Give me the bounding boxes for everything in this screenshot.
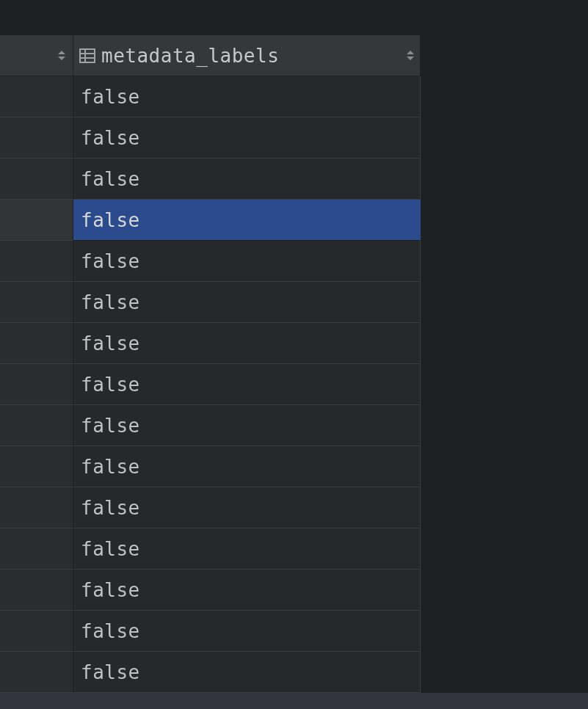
row-number-cell[interactable] <box>0 611 73 652</box>
row-empty-area <box>421 528 588 570</box>
cell-metadata-labels[interactable]: false <box>73 200 421 241</box>
sort-icon <box>58 51 65 60</box>
row-empty-area <box>421 241 588 282</box>
row-number-cell[interactable] <box>0 364 73 405</box>
row-empty-area <box>421 76 588 117</box>
cell-metadata-labels[interactable]: false <box>73 76 421 117</box>
cell-value: false <box>81 538 140 560</box>
row-empty-area <box>421 200 588 241</box>
cell-metadata-labels[interactable]: false <box>73 487 421 528</box>
column-header-row: metadata_labels <box>0 35 588 76</box>
column-header-label: metadata_labels <box>101 45 407 67</box>
header-empty-area <box>421 35 588 76</box>
table-row[interactable]: false <box>0 652 588 693</box>
cell-value: false <box>81 250 140 272</box>
cell-metadata-labels[interactable]: false <box>73 364 421 405</box>
row-number-cell[interactable] <box>0 405 73 446</box>
table-row[interactable]: false <box>0 323 588 364</box>
row-empty-area <box>421 364 588 405</box>
row-empty-area <box>421 611 588 652</box>
table-column-icon <box>79 48 95 64</box>
cell-value: false <box>81 456 140 478</box>
row-number-cell[interactable] <box>0 159 73 200</box>
table-row[interactable]: false <box>0 611 588 652</box>
row-empty-area <box>421 117 588 159</box>
data-rows-area: falsefalsefalsefalsefalsefalsefalsefalse… <box>0 76 588 693</box>
table-row[interactable]: false <box>0 76 588 117</box>
cell-metadata-labels[interactable]: false <box>73 652 421 693</box>
cell-value: false <box>81 86 140 108</box>
row-number-cell[interactable] <box>0 528 73 570</box>
cell-metadata-labels[interactable]: false <box>73 446 421 487</box>
cell-metadata-labels[interactable]: false <box>73 570 421 611</box>
row-number-cell[interactable] <box>0 487 73 528</box>
row-number-cell[interactable] <box>0 323 73 364</box>
table-row[interactable]: false <box>0 241 588 282</box>
row-number-cell[interactable] <box>0 76 73 117</box>
table-row[interactable]: false <box>0 117 588 159</box>
cell-metadata-labels[interactable]: false <box>73 611 421 652</box>
row-number-column-header[interactable] <box>0 35 73 76</box>
row-empty-area <box>421 323 588 364</box>
table-row[interactable]: false <box>0 446 588 487</box>
cell-value: false <box>81 579 140 601</box>
cell-value: false <box>81 209 140 231</box>
table-row[interactable]: false <box>0 364 588 405</box>
cell-value: false <box>81 620 140 642</box>
cell-metadata-labels[interactable]: false <box>73 117 421 159</box>
row-empty-area <box>421 652 588 693</box>
cell-value: false <box>81 168 140 190</box>
top-gap <box>0 0 588 35</box>
row-number-cell[interactable] <box>0 570 73 611</box>
cell-value: false <box>81 497 140 519</box>
row-number-cell[interactable] <box>0 200 73 241</box>
row-empty-area <box>421 446 588 487</box>
cell-value: false <box>81 374 140 396</box>
row-number-cell[interactable] <box>0 282 73 323</box>
sort-icon <box>407 51 414 60</box>
row-empty-area <box>421 487 588 528</box>
row-empty-area <box>421 405 588 446</box>
row-empty-area <box>421 570 588 611</box>
row-number-cell[interactable] <box>0 446 73 487</box>
cell-metadata-labels[interactable]: false <box>73 282 421 323</box>
svg-rect-0 <box>80 49 95 62</box>
row-number-cell[interactable] <box>0 117 73 159</box>
cell-value: false <box>81 661 140 683</box>
row-empty-area <box>421 159 588 200</box>
cell-value: false <box>81 415 140 437</box>
table-row[interactable]: false <box>0 487 588 528</box>
row-number-cell[interactable] <box>0 652 73 693</box>
status-bar <box>0 693 588 709</box>
cell-metadata-labels[interactable]: false <box>73 405 421 446</box>
table-row[interactable]: false <box>0 528 588 570</box>
cell-metadata-labels[interactable]: false <box>73 159 421 200</box>
cell-metadata-labels[interactable]: false <box>73 323 421 364</box>
table-row[interactable]: false <box>0 405 588 446</box>
column-header-metadata-labels[interactable]: metadata_labels <box>73 35 421 76</box>
row-number-cell[interactable] <box>0 241 73 282</box>
row-empty-area <box>421 282 588 323</box>
table-row[interactable]: false <box>0 282 588 323</box>
cell-value: false <box>81 291 140 313</box>
data-grid: metadata_labels falsefalsefalsefalsefals… <box>0 35 588 693</box>
cell-metadata-labels[interactable]: false <box>73 241 421 282</box>
table-row[interactable]: false <box>0 159 588 200</box>
cell-value: false <box>81 127 140 149</box>
cell-value: false <box>81 332 140 354</box>
table-row[interactable]: false <box>0 200 588 241</box>
table-row[interactable]: false <box>0 570 588 611</box>
cell-metadata-labels[interactable]: false <box>73 528 421 570</box>
